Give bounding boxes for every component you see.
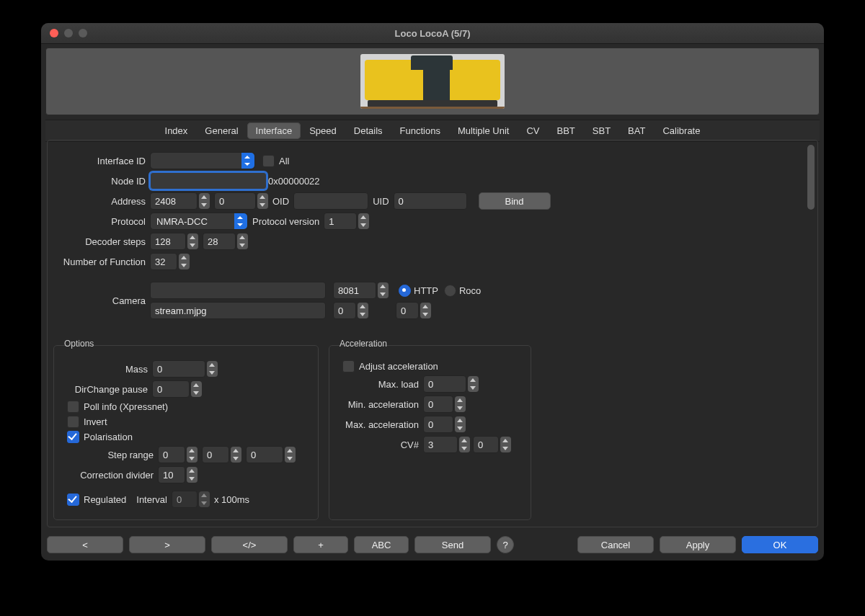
max-acceleration-arrows[interactable] xyxy=(455,416,466,432)
decoder-steps1-stepper[interactable]: 128 xyxy=(150,233,186,250)
protocol-version-stepper[interactable]: 1 xyxy=(324,213,357,230)
label-protocol-version: Protocol version xyxy=(248,216,324,227)
code-button[interactable]: </> xyxy=(211,536,288,553)
camera-v2-stepper[interactable]: 0 xyxy=(396,302,419,319)
uid-input[interactable] xyxy=(394,192,467,210)
step-range3-stepper[interactable]: 0 xyxy=(246,446,283,463)
tab-sbt[interactable]: SBT xyxy=(584,122,619,139)
label-interface-id: Interface ID xyxy=(53,156,150,166)
node-id-input[interactable] xyxy=(150,172,267,189)
oid-input[interactable] xyxy=(293,192,368,210)
label-poll-info: Poll info (Xpressnet) xyxy=(84,401,168,412)
tab-bbt[interactable]: BBT xyxy=(549,122,584,139)
add-button[interactable]: + xyxy=(293,536,348,553)
correction-divider-arrows[interactable] xyxy=(187,467,198,483)
scrollbar[interactable] xyxy=(807,145,815,210)
correction-divider-stepper[interactable]: 10 xyxy=(158,466,185,483)
max-load-arrows[interactable] xyxy=(468,376,479,392)
step-range3-arrows[interactable] xyxy=(285,447,296,463)
chevron-updown-icon[interactable] xyxy=(234,213,247,229)
ok-button[interactable]: OK xyxy=(742,536,818,553)
cv-num-stepper[interactable]: 3 xyxy=(423,436,458,453)
tab-cv[interactable]: CV xyxy=(518,122,548,139)
camera-path-input[interactable] xyxy=(150,302,326,319)
apply-button[interactable]: Apply xyxy=(660,536,736,553)
tab-general[interactable]: General xyxy=(196,122,247,139)
camera-host-input[interactable] xyxy=(150,282,326,299)
label-regulated: Regulated xyxy=(84,494,126,505)
address-stepper-arrows[interactable] xyxy=(199,193,210,209)
interval-value: 0 xyxy=(177,494,182,505)
camera-v1-arrows[interactable] xyxy=(358,303,368,318)
decoder-steps1-arrows[interactable] xyxy=(187,233,198,249)
min-acceleration-arrows[interactable] xyxy=(455,396,466,412)
tab-bat[interactable]: BAT xyxy=(619,122,654,139)
abc-button[interactable]: ABC xyxy=(354,536,409,553)
interval-stepper[interactable]: 0 xyxy=(172,491,198,508)
all-checkbox[interactable] xyxy=(262,155,275,167)
camera-v1-value: 0 xyxy=(338,305,343,316)
poll-info-checkbox[interactable] xyxy=(67,401,79,413)
label-all: All xyxy=(279,156,289,166)
step-range2-arrows[interactable] xyxy=(231,447,241,463)
max-load-value: 0 xyxy=(428,379,433,390)
regulated-checkbox[interactable] xyxy=(67,494,79,506)
tab-index[interactable]: Index xyxy=(156,122,197,139)
mass-arrows[interactable] xyxy=(207,361,218,377)
tab-speed[interactable]: Speed xyxy=(301,122,345,139)
step-range1-value: 0 xyxy=(163,450,168,460)
min-acceleration-stepper[interactable]: 0 xyxy=(423,396,453,413)
cv-val-stepper[interactable]: 0 xyxy=(473,436,499,453)
label-interval-suffix: x 100ms xyxy=(210,494,254,505)
max-load-stepper[interactable]: 0 xyxy=(423,375,466,393)
camera-v2-arrows[interactable] xyxy=(420,303,431,318)
bind-button[interactable]: Bind xyxy=(479,192,551,210)
invert-checkbox[interactable] xyxy=(67,416,79,428)
max-acceleration-stepper[interactable]: 0 xyxy=(423,416,453,433)
titlebar: Loco LocoA (5/7) xyxy=(41,23,824,44)
next-button[interactable]: > xyxy=(129,536,205,553)
chevron-updown-icon[interactable] xyxy=(241,153,254,169)
cv-num-arrows[interactable] xyxy=(459,437,470,452)
protocol-combo[interactable]: NMRA-DCC xyxy=(150,213,248,230)
camera-port-arrows[interactable] xyxy=(378,282,389,298)
tab-details[interactable]: Details xyxy=(345,122,391,139)
acceleration-title: Acceleration xyxy=(337,339,390,349)
label-invert: Invert xyxy=(84,416,107,427)
label-oid: OID xyxy=(268,196,293,207)
loco-image-strip xyxy=(45,48,820,115)
dirchange-pause-stepper[interactable]: 0 xyxy=(152,380,190,398)
interface-id-combo[interactable] xyxy=(150,152,255,169)
tab-multiple-unit[interactable]: Multiple Unit xyxy=(449,122,518,139)
cv-val-arrows[interactable] xyxy=(500,437,511,452)
protocol-version-arrows[interactable] xyxy=(358,213,369,229)
tab-interface[interactable]: Interface xyxy=(247,122,301,139)
interval-arrows[interactable] xyxy=(199,491,210,507)
camera-roco-radio[interactable] xyxy=(444,285,456,297)
window-title: Loco LocoA (5/7) xyxy=(41,28,824,39)
mass-stepper[interactable]: 0 xyxy=(152,360,205,378)
decoder-steps2-arrows[interactable] xyxy=(237,233,248,249)
tab-functions[interactable]: Functions xyxy=(391,122,449,139)
adjust-acceleration-checkbox[interactable] xyxy=(342,360,355,372)
step-range1-arrows[interactable] xyxy=(187,447,198,463)
cancel-button[interactable]: Cancel xyxy=(577,536,654,553)
step-range1-stepper[interactable]: 0 xyxy=(158,446,185,463)
address2-stepper[interactable]: 0 xyxy=(214,192,256,210)
number-of-function-stepper[interactable]: 32 xyxy=(150,253,177,270)
label-max-acceleration: Max. acceleration xyxy=(338,419,423,430)
tab-calibrate[interactable]: Calibrate xyxy=(654,122,709,139)
address2-stepper-arrows[interactable] xyxy=(257,193,268,209)
camera-port-stepper[interactable]: 8081 xyxy=(333,282,376,299)
camera-v1-stepper[interactable]: 0 xyxy=(333,302,356,319)
step-range2-stepper[interactable]: 0 xyxy=(202,446,229,463)
send-button[interactable]: Send xyxy=(414,536,491,553)
camera-http-radio[interactable] xyxy=(399,285,411,297)
address-stepper[interactable]: 2408 xyxy=(150,192,198,210)
help-button[interactable]: ? xyxy=(497,536,514,553)
dirchange-pause-arrows[interactable] xyxy=(191,381,202,397)
polarisation-checkbox[interactable] xyxy=(67,431,79,443)
number-of-function-arrows[interactable] xyxy=(179,254,190,269)
prev-button[interactable]: < xyxy=(47,536,123,553)
decoder-steps2-stepper[interactable]: 28 xyxy=(203,233,236,250)
